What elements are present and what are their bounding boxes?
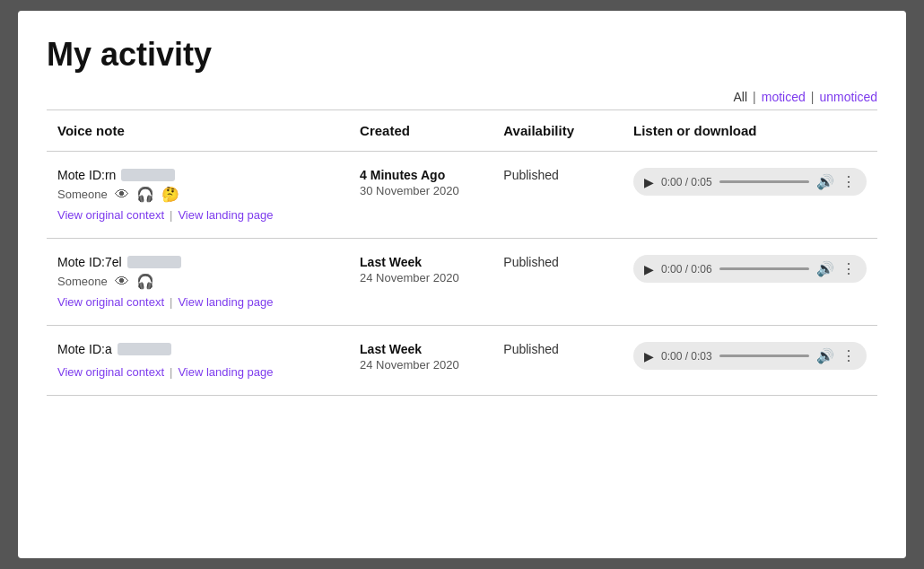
view-original-link[interactable]: View original context — [57, 208, 164, 222]
link-divider: | — [170, 365, 172, 379]
eye-icon: 👁 — [115, 187, 129, 203]
filter-all-label: All — [734, 90, 748, 104]
voice-note-id: Mote ID:rn — [57, 168, 338, 182]
time-display: 0:00 / 0:05 — [661, 176, 712, 188]
voice-note-links: View original context|View landing page — [57, 208, 338, 222]
redacted-id — [127, 256, 181, 268]
mote-id-text: Mote ID:a — [57, 342, 112, 356]
filter-divider-2: | — [811, 90, 815, 104]
audio-cell: ▶0:00 / 0:03🔊⋮ — [623, 326, 877, 396]
someone-label: Someone — [57, 188, 108, 201]
filter-bar: All | moticed | unmoticed — [47, 90, 877, 104]
time-display: 0:00 / 0:06 — [661, 263, 712, 276]
voice-note-links: View original context|View landing page — [57, 295, 338, 309]
play-button[interactable]: ▶ — [644, 349, 654, 363]
time-display: 0:00 / 0:03 — [661, 350, 712, 363]
created-relative: Last Week — [360, 342, 482, 356]
col-header-voice-note: Voice note — [47, 110, 349, 152]
created-date: 30 November 2020 — [360, 184, 482, 197]
table-row: Mote ID:7elSomeone👁🎧View original contex… — [47, 239, 877, 326]
table-row: Mote ID:rnSomeone👁🎧🤔View original contex… — [47, 152, 877, 239]
link-divider: | — [170, 295, 172, 309]
voice-note-someone: Someone👁🎧 — [57, 273, 338, 290]
view-landing-link[interactable]: View landing page — [178, 208, 273, 222]
availability-badge: Published — [503, 168, 559, 182]
progress-bar-track[interactable] — [719, 180, 809, 183]
play-button[interactable]: ▶ — [644, 175, 654, 189]
eye-icon: 👁 — [115, 274, 129, 290]
availability-cell: Published — [493, 326, 623, 396]
table-row: Mote ID:aView original context|View land… — [47, 326, 877, 396]
audio-cell: ▶0:00 / 0:06🔊⋮ — [623, 239, 877, 326]
redacted-id — [121, 169, 175, 181]
headphones-icon: 🎧 — [136, 273, 154, 290]
voice-note-cell: Mote ID:aView original context|View land… — [47, 326, 349, 396]
page-title: My activity — [47, 36, 877, 74]
availability-cell: Published — [493, 239, 623, 326]
volume-button[interactable]: 🔊 — [816, 260, 834, 277]
view-landing-link[interactable]: View landing page — [178, 365, 273, 379]
filter-moticed-link[interactable]: moticed — [762, 90, 806, 104]
availability-badge: Published — [503, 342, 559, 356]
audio-player: ▶0:00 / 0:05🔊⋮ — [633, 168, 867, 196]
table-header-row: Voice note Created Availability Listen o… — [47, 110, 877, 152]
progress-bar-track[interactable] — [719, 267, 809, 270]
someone-label: Someone — [57, 275, 108, 288]
headphones-icon: 🎧 — [136, 186, 154, 203]
more-options-button[interactable]: ⋮ — [841, 260, 856, 277]
voice-note-cell: Mote ID:rnSomeone👁🎧🤔View original contex… — [47, 152, 349, 239]
voice-note-someone: Someone👁🎧🤔 — [57, 186, 338, 203]
more-options-button[interactable]: ⋮ — [841, 347, 856, 364]
thinking-icon: 🤔 — [161, 186, 179, 203]
mote-id-text: Mote ID:rn — [57, 168, 116, 182]
play-button[interactable]: ▶ — [644, 262, 654, 276]
audio-player: ▶0:00 / 0:03🔊⋮ — [633, 342, 867, 370]
mote-id-text: Mote ID:7el — [57, 255, 122, 269]
redacted-id — [118, 343, 171, 355]
voice-note-id: Mote ID:7el — [57, 255, 338, 269]
view-original-link[interactable]: View original context — [57, 295, 164, 309]
col-header-availability: Availability — [493, 110, 623, 152]
link-divider: | — [170, 208, 172, 222]
col-header-listen: Listen or download — [623, 110, 877, 152]
created-cell: 4 Minutes Ago30 November 2020 — [349, 152, 493, 239]
created-relative: 4 Minutes Ago — [360, 168, 482, 182]
filter-divider-1: | — [753, 90, 756, 104]
audio-player: ▶0:00 / 0:06🔊⋮ — [633, 255, 867, 283]
more-options-button[interactable]: ⋮ — [841, 173, 856, 190]
volume-button[interactable]: 🔊 — [816, 347, 834, 364]
voice-note-links: View original context|View landing page — [57, 365, 338, 379]
created-cell: Last Week24 November 2020 — [349, 326, 493, 396]
availability-cell: Published — [493, 152, 623, 239]
col-header-created: Created — [349, 110, 493, 152]
created-date: 24 November 2020 — [360, 358, 482, 372]
audio-cell: ▶0:00 / 0:05🔊⋮ — [623, 152, 877, 239]
filter-unmoticed-link[interactable]: unmoticed — [819, 90, 877, 104]
created-date: 24 November 2020 — [360, 271, 482, 284]
main-window: My activity All | moticed | unmoticed Vo… — [18, 11, 906, 558]
view-original-link[interactable]: View original context — [57, 365, 164, 379]
voice-note-id: Mote ID:a — [57, 342, 338, 356]
volume-button[interactable]: 🔊 — [816, 173, 834, 190]
progress-bar-track[interactable] — [719, 355, 809, 357]
created-cell: Last Week24 November 2020 — [349, 239, 493, 326]
availability-badge: Published — [503, 255, 559, 269]
voice-note-cell: Mote ID:7elSomeone👁🎧View original contex… — [47, 239, 349, 326]
created-relative: Last Week — [360, 255, 482, 269]
view-landing-link[interactable]: View landing page — [178, 295, 273, 309]
activity-table: Voice note Created Availability Listen o… — [47, 109, 877, 396]
